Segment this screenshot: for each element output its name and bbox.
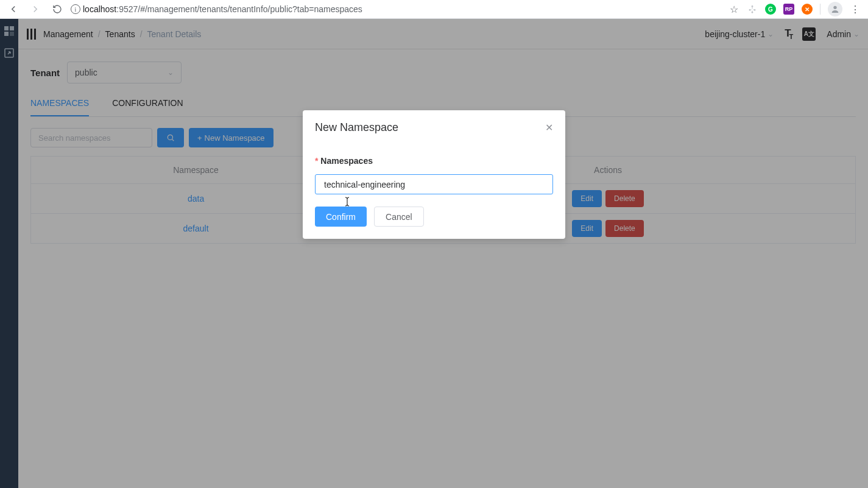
namespace-field-label: Namespaces	[315, 156, 553, 166]
confirm-button[interactable]: Confirm	[315, 207, 367, 227]
svg-point-2	[754, 9, 756, 11]
grammarly-icon[interactable]: G	[765, 4, 776, 15]
url-bar[interactable]: i localhost:9527/#/management/tenants/te…	[71, 1, 724, 18]
forward-button[interactable]	[27, 1, 44, 18]
svg-point-3	[752, 12, 753, 13]
kebab-menu-icon[interactable]: ⋮	[850, 4, 861, 15]
namespace-input[interactable]	[315, 174, 553, 194]
svg-point-1	[749, 9, 751, 11]
svg-point-4	[833, 6, 836, 9]
modal-overlay[interactable]	[0, 19, 868, 488]
browser-chrome: i localhost:9527/#/management/tenants/te…	[0, 0, 868, 19]
bookmark-icon[interactable]: ☆	[729, 4, 739, 15]
postman-icon[interactable]: ✕	[802, 4, 813, 15]
svg-point-0	[752, 5, 753, 7]
divider	[820, 4, 820, 15]
new-namespace-modal: New Namespace ✕ Namespaces Confirm Cance…	[303, 110, 565, 239]
reload-button[interactable]	[49, 1, 66, 18]
modal-title: New Namespace	[315, 121, 398, 134]
back-button[interactable]	[5, 1, 22, 18]
site-info-icon[interactable]: i	[71, 4, 80, 14]
url-path: :9527/#/management/tenants/tenantInfo/pu…	[116, 4, 362, 14]
cancel-button[interactable]: Cancel	[374, 207, 424, 227]
profile-avatar-icon[interactable]	[828, 2, 842, 16]
network-icon[interactable]	[747, 4, 758, 15]
url-host: localhost	[83, 4, 116, 14]
chrome-actions: ☆ G RP ✕ ⋮	[729, 2, 863, 16]
close-icon[interactable]: ✕	[545, 122, 553, 133]
rp-extension-icon[interactable]: RP	[783, 4, 794, 15]
